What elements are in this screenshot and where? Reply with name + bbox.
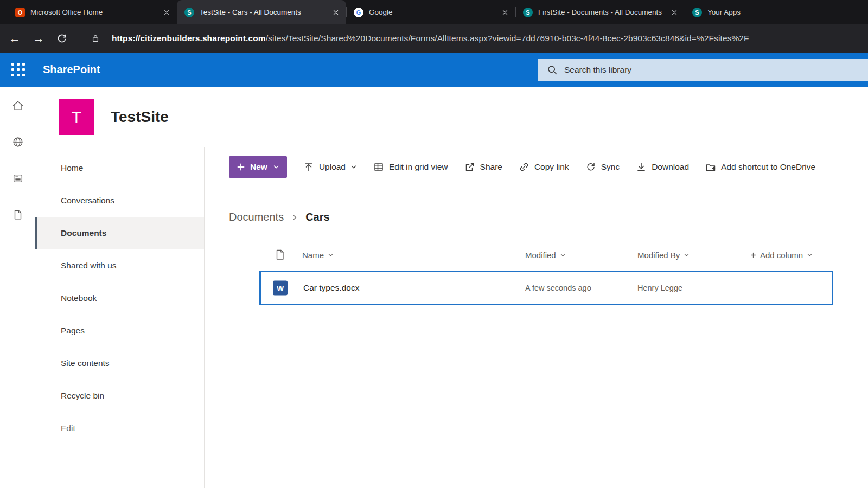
tab-close-icon[interactable] xyxy=(669,8,679,17)
chevron-right-icon xyxy=(291,214,298,221)
tab-title: FirstSite - Documents - All Documents xyxy=(538,8,664,16)
breadcrumb-documents[interactable]: Documents xyxy=(229,211,284,223)
share-icon xyxy=(464,162,475,172)
tab-firstsite-documents[interactable]: S FirstSite - Documents - All Documents xyxy=(515,0,685,24)
site-left-nav: Home Conversations Documents Shared with… xyxy=(35,147,205,488)
library-search-box[interactable] xyxy=(538,59,868,81)
browser-tab-strip: O Microsoft Office Home S TestSite - Car… xyxy=(0,0,868,24)
file-row[interactable]: W Car types.docx A few seconds ago Henry… xyxy=(259,271,833,305)
site-title[interactable]: TestSite xyxy=(111,108,169,126)
plus-icon xyxy=(750,252,756,258)
breadcrumb-cars: Cars xyxy=(305,211,329,223)
add-shortcut-icon xyxy=(705,162,716,172)
url-domain: https://citizenbuilders.sharepoint.com xyxy=(112,34,266,43)
tab-title: Your Apps xyxy=(707,8,809,16)
file-modified: A few seconds ago xyxy=(525,284,591,292)
chevron-down-icon xyxy=(273,164,279,170)
plus-icon xyxy=(237,163,245,171)
sharepoint-brand[interactable]: SharePoint xyxy=(43,63,100,76)
search-icon xyxy=(547,65,558,75)
file-name[interactable]: Car types.docx xyxy=(303,283,359,293)
tab-close-icon[interactable] xyxy=(162,8,171,17)
tab-title: TestSite - Cars - All Documents xyxy=(200,8,326,16)
sharepoint-icon: S xyxy=(692,8,702,17)
edit-grid-view-label: Edit in grid view xyxy=(389,162,448,172)
lock-icon[interactable] xyxy=(91,34,100,43)
browser-window: O Microsoft Office Home S TestSite - Car… xyxy=(0,0,868,488)
breadcrumb: Documents Cars xyxy=(205,211,868,223)
tab-title: Microsoft Office Home xyxy=(30,8,156,16)
new-button-label: New xyxy=(250,162,267,172)
site-header: T TestSite xyxy=(35,87,868,147)
chevron-down-icon xyxy=(350,164,357,170)
chevron-down-icon xyxy=(807,252,813,258)
grid-icon xyxy=(373,162,384,172)
upload-button[interactable]: Upload xyxy=(303,162,357,172)
edit-grid-view-button[interactable]: Edit in grid view xyxy=(373,162,448,172)
office-icon: O xyxy=(15,8,25,17)
column-header-name[interactable]: Name xyxy=(302,251,334,260)
sync-button[interactable]: Sync xyxy=(585,162,620,172)
add-shortcut-button[interactable]: Add shortcut to OneDrive xyxy=(705,162,815,172)
news-icon[interactable] xyxy=(12,172,24,184)
tab-close-icon[interactable] xyxy=(500,8,510,17)
tab-office-home[interactable]: O Microsoft Office Home xyxy=(8,0,177,24)
new-button[interactable]: New xyxy=(229,156,287,178)
tab-title: Google xyxy=(369,8,495,16)
sidebar-item-documents[interactable]: Documents xyxy=(35,217,204,249)
columns: Home Conversations Documents Shared with… xyxy=(35,147,868,488)
sidebar-item-home[interactable]: Home xyxy=(35,152,204,184)
google-icon: G xyxy=(354,8,363,17)
back-icon[interactable]: ← xyxy=(9,33,21,44)
chevron-down-icon xyxy=(328,252,334,258)
command-bar: New Upload xyxy=(205,155,868,179)
download-icon xyxy=(636,162,647,172)
file-modified-by: Henry Legge xyxy=(637,284,682,292)
sidebar-item-pages[interactable]: Pages xyxy=(35,314,204,347)
reload-icon[interactable] xyxy=(56,33,67,44)
sharepoint-icon: S xyxy=(523,8,533,17)
browser-address-bar: ← → https://citizenbuilders.sharepoint.c… xyxy=(0,24,868,53)
tab-google[interactable]: G Google xyxy=(346,0,515,24)
share-button[interactable]: Share xyxy=(464,162,502,172)
copy-link-button[interactable]: Copy link xyxy=(519,162,569,172)
tab-close-icon[interactable] xyxy=(331,8,341,17)
sidebar-item-conversations[interactable]: Conversations xyxy=(35,184,204,217)
sharepoint-suite-bar: SharePoint xyxy=(0,53,868,87)
sharepoint-icon: S xyxy=(184,8,194,17)
list-header: Name Modified Modified By xyxy=(205,246,868,268)
column-header-modified[interactable]: Modified xyxy=(525,251,566,260)
chevron-down-icon xyxy=(560,252,566,258)
sync-icon xyxy=(585,162,596,172)
document-icon[interactable] xyxy=(12,209,24,221)
upload-icon xyxy=(303,162,314,172)
sidebar-item-recycle-bin[interactable]: Recycle bin xyxy=(35,380,204,412)
globe-icon[interactable] xyxy=(12,136,24,148)
forward-icon[interactable]: → xyxy=(33,33,44,44)
sidebar-item-shared-with-us[interactable]: Shared with us xyxy=(35,249,204,282)
file-type-column-icon xyxy=(274,248,286,261)
search-input[interactable] xyxy=(564,65,868,75)
add-shortcut-label: Add shortcut to OneDrive xyxy=(721,162,815,172)
add-column-button[interactable]: Add column xyxy=(750,251,813,260)
sync-label: Sync xyxy=(601,162,620,172)
library-main: New Upload xyxy=(205,147,868,488)
sidebar-item-notebook[interactable]: Notebook xyxy=(35,282,204,314)
sidebar-item-edit[interactable]: Edit xyxy=(35,412,204,445)
copy-link-label: Copy link xyxy=(534,162,569,172)
download-button[interactable]: Download xyxy=(636,162,689,172)
app-rail xyxy=(0,87,35,488)
site-content: T TestSite Home Conversations Documents … xyxy=(35,87,868,488)
tab-your-apps[interactable]: S Your Apps xyxy=(685,0,815,24)
download-label: Download xyxy=(652,162,689,172)
url-path: /sites/TestSite/Shared%20Documents/Forms… xyxy=(266,34,749,43)
column-header-modified-by[interactable]: Modified By xyxy=(637,251,690,260)
sidebar-item-site-contents[interactable]: Site contents xyxy=(35,347,204,380)
home-icon[interactable] xyxy=(12,100,24,112)
chevron-down-icon xyxy=(684,252,690,258)
url-bar[interactable]: https://citizenbuilders.sharepoint.com/s… xyxy=(112,34,859,43)
site-logo[interactable]: T xyxy=(59,99,94,135)
page-body: T TestSite Home Conversations Documents … xyxy=(0,87,868,488)
app-launcher-icon[interactable] xyxy=(11,63,25,77)
tab-testsite-cars[interactable]: S TestSite - Cars - All Documents xyxy=(177,0,346,24)
